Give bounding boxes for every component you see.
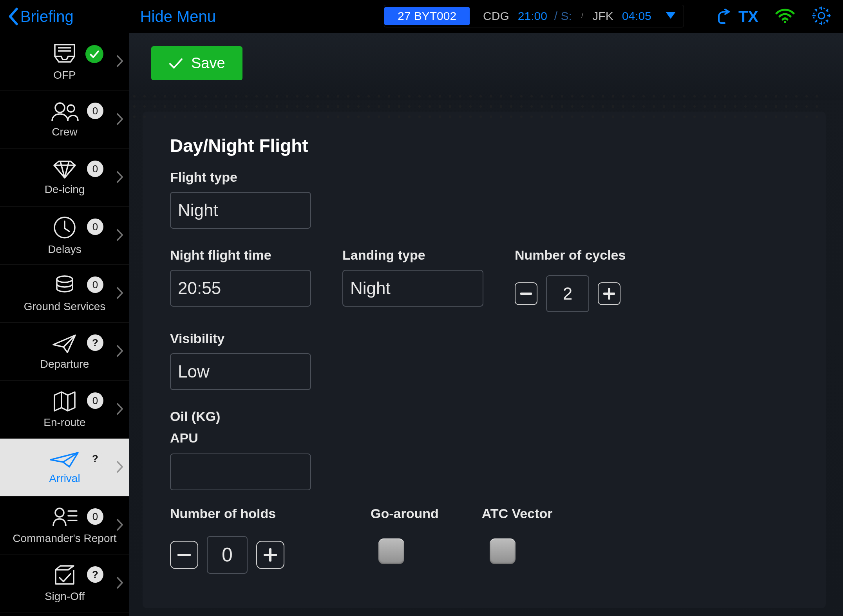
sidebar-item-label: OFP: [53, 69, 76, 81]
oil-label: Oil (KG): [170, 409, 220, 424]
flight-number-pill[interactable]: 27 BYT002: [384, 7, 470, 25]
sidebar-item-crew[interactable]: Crew 0: [0, 91, 129, 149]
sidebar-item-deicing[interactable]: De-icing 0: [0, 149, 129, 207]
chevron-right-icon: [116, 576, 124, 591]
chevron-right-icon: [116, 286, 124, 301]
question-badge: ?: [87, 334, 103, 351]
chevron-right-icon: [116, 344, 124, 359]
arr-airport: JFK: [590, 9, 615, 23]
dep-airport: CDG: [481, 9, 512, 23]
chevron-left-icon: [7, 7, 19, 26]
chevron-right-icon: [116, 518, 124, 533]
hide-menu-button[interactable]: Hide Menu: [140, 8, 216, 25]
svg-rect-11: [603, 293, 615, 295]
sidebar-item-label: Sign-Off: [45, 590, 85, 603]
count-badge: 0: [87, 508, 103, 525]
transmit-button[interactable]: TX: [716, 8, 758, 25]
night-time-input[interactable]: [170, 270, 311, 307]
sidebar-item-arrival[interactable]: Arrival ?: [0, 439, 129, 497]
sidebar-item-departure[interactable]: Departure ?: [0, 323, 129, 381]
sidebar-item-ground[interactable]: Ground Services 0: [0, 265, 129, 323]
settings-gear-icon[interactable]: [812, 6, 831, 27]
flight-type-input[interactable]: [170, 192, 311, 229]
count-badge: 0: [87, 103, 103, 119]
checkmark-icon: [168, 58, 183, 69]
count-badge: 0: [87, 219, 103, 235]
signoff-checkbox-icon: [52, 564, 77, 588]
back-label: Briefing: [20, 8, 74, 25]
landing-type-input[interactable]: [342, 270, 483, 307]
cycles-label: Number of cycles: [515, 247, 626, 263]
tx-label: TX: [738, 8, 758, 25]
delays-clock-icon: [53, 216, 76, 241]
count-badge: 0: [87, 392, 103, 409]
check-badge: [85, 45, 103, 63]
svg-point-8: [55, 508, 64, 517]
wifi-icon: [775, 8, 795, 25]
minus-icon: [177, 554, 191, 556]
question-badge: ?: [87, 566, 103, 583]
flight-type-label: Flight type: [170, 170, 311, 185]
sidebar-item-commander[interactable]: Commander's Report 0: [0, 497, 129, 555]
holds-increment-button[interactable]: [256, 541, 284, 569]
deicing-diamond-icon: [51, 160, 78, 181]
main-area: Save Day/Night Flight Flight type Night …: [129, 33, 843, 616]
panel-title: Day/Night Flight: [170, 135, 798, 156]
count-badge: 0: [87, 276, 103, 293]
sidebar-item-label: Departure: [40, 358, 89, 370]
arr-time: 04:05: [620, 9, 654, 23]
sidebar-item-label: En-route: [43, 416, 85, 429]
holds-label: Number of holds: [170, 506, 284, 521]
svg-rect-14: [264, 554, 277, 556]
svg-point-4: [55, 103, 65, 112]
sidebar-item-label: Arrival: [49, 472, 80, 485]
dep-suffix: / S:: [552, 9, 574, 23]
commander-report-icon: [51, 506, 78, 530]
visibility-input[interactable]: [170, 353, 311, 390]
sidebar-item-label: Ground Services: [24, 300, 106, 313]
holds-decrement-button[interactable]: [170, 541, 198, 569]
svg-point-1: [784, 21, 786, 23]
svg-point-2: [818, 13, 825, 19]
atc-vector-checkbox[interactable]: [490, 538, 516, 564]
sidebar-item-enroute[interactable]: En-route 0: [0, 381, 129, 439]
dep-time: 21:00: [516, 9, 550, 23]
separator: /: [581, 13, 583, 20]
save-label: Save: [191, 55, 225, 72]
save-button[interactable]: Save: [151, 46, 242, 80]
go-around-checkbox[interactable]: [378, 538, 404, 564]
cycles-value[interactable]: 2: [546, 275, 589, 312]
holds-stepper: 0: [170, 536, 284, 574]
sidebar: OFP Crew 0 De-icing 0 De: [0, 33, 129, 616]
ground-services-stack-icon: [54, 275, 76, 298]
ofp-tray-icon: [51, 42, 78, 67]
chevron-right-icon: [116, 228, 124, 243]
share-arrow-icon: [716, 9, 734, 24]
chevron-right-icon: [116, 112, 124, 127]
sidebar-item-label: Crew: [52, 126, 77, 138]
flight-info-strip[interactable]: 27 BYT002 CDG 21:00 / S: / JFK 04:05: [384, 5, 684, 27]
count-badge: 0: [87, 161, 103, 177]
cycles-increment-button[interactable]: [598, 282, 620, 305]
chevron-right-icon: [116, 402, 124, 417]
departure-paperplane-icon: [52, 333, 78, 356]
sidebar-item-label: Commander's Report: [13, 532, 116, 545]
sidebar-item-label: Delays: [48, 243, 81, 256]
landing-type-label: Landing type: [342, 247, 483, 263]
svg-rect-9: [520, 293, 532, 295]
chevron-right-icon: [116, 460, 124, 475]
chevron-right-icon: [116, 170, 124, 185]
sidebar-item-ofp[interactable]: OFP: [0, 33, 129, 91]
chevron-right-icon: [116, 54, 124, 69]
sidebar-item-delays[interactable]: Delays 0: [0, 207, 129, 265]
minus-icon: [520, 293, 532, 295]
holds-value[interactable]: 0: [207, 536, 248, 574]
apu-input[interactable]: [170, 453, 311, 490]
back-button[interactable]: Briefing: [0, 7, 74, 26]
cycles-decrement-button[interactable]: [515, 282, 537, 305]
sidebar-item-signoff[interactable]: Sign-Off ?: [0, 555, 129, 612]
plus-icon: [603, 288, 615, 300]
caret-down-icon[interactable]: [665, 11, 677, 21]
arrival-paperplane-icon: [49, 450, 80, 470]
night-time-label: Night flight time: [170, 247, 311, 263]
